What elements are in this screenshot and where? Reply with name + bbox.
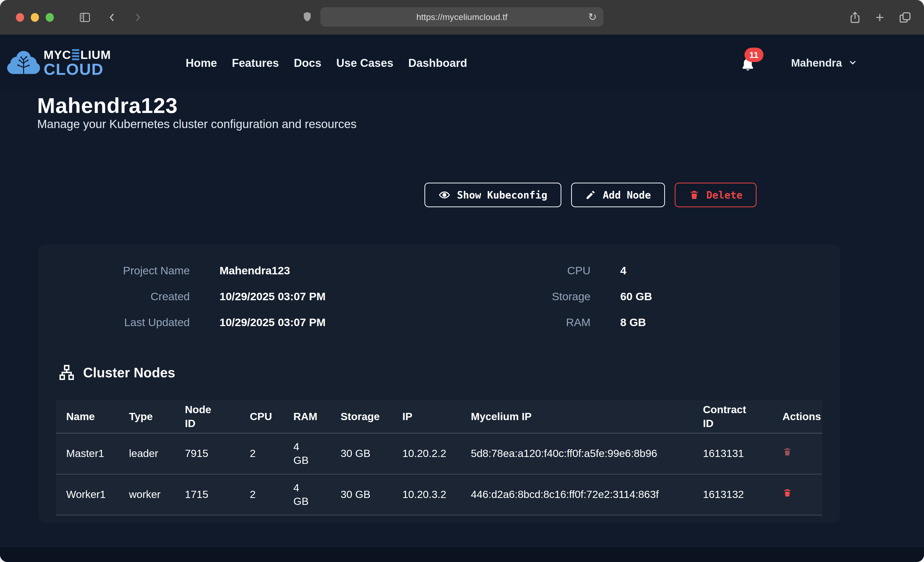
cell-type: worker bbox=[119, 488, 175, 501]
logo-e-bars bbox=[72, 49, 79, 60]
info-label: Project Name bbox=[39, 265, 190, 277]
cell-ram: 4 GB bbox=[283, 440, 330, 468]
cell-storage: 30 GB bbox=[330, 488, 392, 501]
info-value: 4 bbox=[620, 265, 627, 277]
zoom-window-button[interactable] bbox=[46, 13, 54, 22]
col-contract-id: Contract ID bbox=[693, 403, 772, 430]
trash-icon bbox=[783, 487, 792, 498]
page-title: Mahendra123 bbox=[37, 93, 178, 118]
cell-ip: 10.20.2.2 bbox=[392, 447, 460, 460]
info-row-project-name: Project Name Mahendra123 bbox=[39, 265, 439, 277]
info-row-last-updated: Last Updated 10/29/2025 03:07 PM bbox=[39, 316, 439, 329]
nav-item-docs[interactable]: Docs bbox=[294, 57, 322, 69]
cell-ip: 10.20.3.2 bbox=[392, 488, 460, 501]
browser-chrome: https://myceliumcloud.tf ↻ + bbox=[0, 0, 924, 35]
delete-cluster-button[interactable]: Delete bbox=[675, 182, 756, 207]
reload-icon[interactable]: ↻ bbox=[588, 11, 597, 23]
info-row-storage: Storage 60 GB bbox=[439, 290, 840, 303]
info-label: RAM bbox=[439, 316, 591, 329]
info-label: Storage bbox=[439, 290, 591, 303]
sitemap-icon bbox=[58, 364, 75, 381]
info-row-created: Created 10/29/2025 03:07 PM bbox=[39, 290, 439, 303]
user-menu-button[interactable]: Mahendra bbox=[791, 57, 842, 69]
col-type: Type bbox=[119, 410, 175, 423]
cell-contract-id: 1613132 bbox=[693, 488, 772, 501]
tab-overview-icon[interactable] bbox=[898, 10, 912, 24]
table-row-master1: Master1 leader 7915 2 4 GB 30 GB 10.20.2… bbox=[56, 433, 822, 474]
site-header: MYC LIUM CLOUD Home Features Docs Use Ca… bbox=[0, 34, 924, 91]
logo-word-cloud: CLOUD bbox=[44, 61, 111, 77]
traffic-lights bbox=[16, 13, 54, 22]
cell-mycelium-ip: 446:d2a6:8bcd:8c16:ff0f:72e2:3114:863f bbox=[460, 488, 693, 501]
nodes-table-header: Name Type Node ID CPU RAM Storage IP Myc… bbox=[56, 401, 822, 433]
page-body: Mahendra123 Manage your Kubernetes clust… bbox=[0, 34, 924, 562]
browser-window: https://myceliumcloud.tf ↻ + Mahendra123… bbox=[0, 0, 924, 562]
add-node-button[interactable]: Add Node bbox=[571, 182, 665, 207]
nav-item-features[interactable]: Features bbox=[232, 57, 279, 69]
address-bar[interactable]: https://myceliumcloud.tf ↻ bbox=[320, 7, 603, 27]
close-window-button[interactable] bbox=[16, 13, 24, 22]
cell-type: leader bbox=[119, 447, 175, 460]
col-ram: RAM bbox=[283, 410, 330, 423]
cluster-nodes-heading: Cluster Nodes bbox=[58, 364, 175, 381]
cloud-logo-icon bbox=[7, 49, 40, 77]
pencil-icon bbox=[585, 190, 596, 200]
cluster-nodes-title: Cluster Nodes bbox=[83, 365, 175, 380]
cell-actions bbox=[772, 447, 822, 460]
nav-item-home[interactable]: Home bbox=[186, 57, 217, 69]
info-row-ram: RAM 8 GB bbox=[439, 316, 840, 329]
chevron-down-icon[interactable] bbox=[848, 57, 858, 69]
delete-node-button[interactable] bbox=[783, 487, 792, 499]
sidebar-toggle-icon[interactable] bbox=[78, 11, 92, 24]
cell-cpu: 2 bbox=[240, 447, 283, 460]
info-value: 60 GB bbox=[620, 290, 652, 303]
privacy-shield-icon[interactable] bbox=[302, 10, 313, 24]
delete-node-button[interactable] bbox=[783, 447, 792, 458]
info-row-cpu: CPU 4 bbox=[439, 265, 840, 277]
logo-word-mycelium: MYC LIUM bbox=[44, 49, 111, 61]
cluster-details-card: Project Name Mahendra123 Created 10/29/2… bbox=[39, 244, 840, 523]
info-label: Last Updated bbox=[39, 316, 190, 329]
col-mycelium-ip: Mycelium IP bbox=[460, 410, 693, 423]
cell-storage: 30 GB bbox=[330, 447, 392, 460]
trash-icon bbox=[689, 189, 700, 200]
back-icon[interactable] bbox=[107, 11, 117, 24]
nav-item-dashboard[interactable]: Dashboard bbox=[408, 57, 467, 69]
col-name: Name bbox=[56, 410, 119, 423]
nav-item-use-cases[interactable]: Use Cases bbox=[336, 57, 393, 69]
mycelium-cloud-logo[interactable]: MYC LIUM CLOUD bbox=[7, 49, 111, 77]
notifications-button[interactable]: 11 bbox=[740, 53, 758, 73]
table-row-worker1: Worker1 worker 1715 2 4 GB 30 GB 10.20.3… bbox=[56, 474, 822, 516]
footer bbox=[0, 547, 924, 562]
info-label: CPU bbox=[439, 265, 591, 277]
page-subtitle: Manage your Kubernetes cluster configura… bbox=[37, 117, 357, 131]
col-storage: Storage bbox=[330, 410, 392, 423]
col-ip: IP bbox=[392, 410, 460, 423]
minimize-window-button[interactable] bbox=[31, 13, 39, 22]
info-value: 10/29/2025 03:07 PM bbox=[219, 290, 326, 303]
cell-actions bbox=[772, 487, 822, 502]
cell-name: Worker1 bbox=[56, 488, 119, 501]
cluster-actions: Show Kubeconfig Add Node Delete bbox=[424, 182, 756, 207]
show-kubeconfig-button[interactable]: Show Kubeconfig bbox=[424, 182, 561, 207]
share-icon[interactable] bbox=[848, 10, 862, 25]
cell-node-id: 1715 bbox=[175, 488, 240, 501]
cell-ram: 4 GB bbox=[283, 481, 330, 508]
cell-name: Master1 bbox=[56, 447, 119, 460]
url-text: https://myceliumcloud.tf bbox=[416, 12, 507, 22]
trash-icon bbox=[783, 447, 792, 457]
info-label: Created bbox=[39, 290, 190, 303]
cell-node-id: 7915 bbox=[175, 447, 240, 460]
forward-icon[interactable] bbox=[133, 11, 143, 24]
col-actions: Actions bbox=[772, 410, 822, 423]
new-tab-icon[interactable]: + bbox=[876, 10, 884, 25]
cluster-info-grid: Project Name Mahendra123 Created 10/29/2… bbox=[39, 265, 840, 329]
info-value: 10/29/2025 03:07 PM bbox=[219, 316, 326, 329]
info-value: 8 GB bbox=[620, 316, 646, 329]
col-cpu: CPU bbox=[240, 410, 283, 423]
cell-mycelium-ip: 5d8:78ea:a120:f40c:ff0f:a5fe:99e6:8b96 bbox=[460, 447, 693, 460]
eye-icon bbox=[438, 189, 450, 201]
notification-count-badge: 11 bbox=[744, 48, 764, 62]
col-node-id: Node ID bbox=[175, 403, 240, 430]
cell-contract-id: 1613131 bbox=[693, 447, 772, 460]
